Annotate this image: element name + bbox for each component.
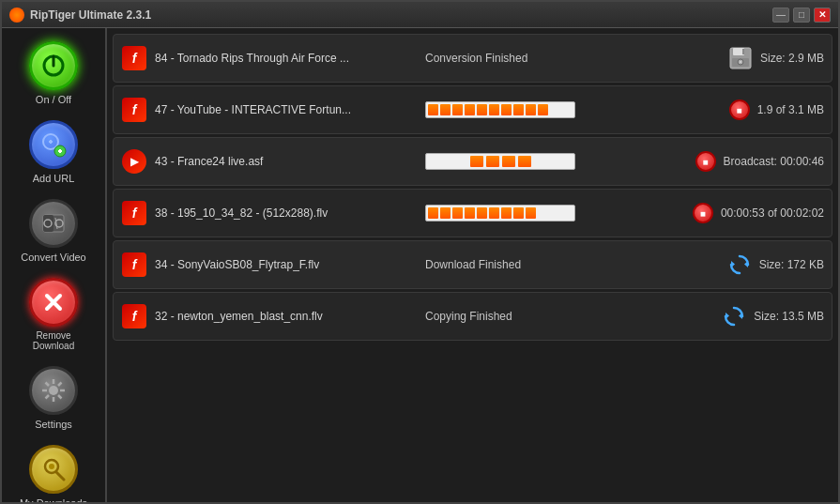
status-area: Conversion Finished [425, 52, 721, 65]
sidebar-label-remove-download: Remove Download [15, 330, 92, 351]
table-row: ▶ 43 - France24 live.asf [113, 137, 832, 186]
seg [501, 104, 512, 115]
seg [538, 104, 548, 115]
stop-button[interactable]: ■ [729, 99, 750, 120]
seg [452, 207, 463, 219]
seg [440, 104, 451, 115]
seg [428, 207, 438, 219]
sync-icon [722, 304, 746, 328]
sidebar-item-settings[interactable]: Settings [11, 360, 96, 435]
status-area: Download Finished [425, 258, 720, 271]
power-icon [29, 41, 78, 90]
size-info: Size: 172 KB [759, 258, 824, 271]
minimize-button[interactable]: — [772, 8, 789, 23]
file-icon: f [121, 303, 147, 329]
progress-segments [426, 206, 574, 221]
progress-wrapper [425, 205, 575, 221]
progress-segments [426, 102, 574, 117]
seg [550, 104, 560, 115]
main-content: On / Off Add URL [2, 28, 838, 502]
seg [562, 104, 573, 115]
size-info: 1.9 of 3.1 MB [757, 103, 824, 116]
seg [489, 104, 499, 115]
sync-icon [727, 252, 752, 277]
svg-marker-34 [731, 261, 735, 267]
maximize-button[interactable]: □ [793, 8, 810, 23]
file-icon: f [121, 97, 147, 123]
disk-icon [728, 46, 753, 70]
window-controls: — □ ✕ [772, 8, 831, 23]
progress-bar [425, 153, 575, 170]
seg [486, 156, 499, 167]
size-info: Broadcast: 00:00:46 [724, 155, 824, 168]
file-icon: f [121, 200, 147, 226]
seg [502, 156, 515, 167]
stop-button[interactable]: ■ [693, 203, 713, 223]
svg-line-22 [58, 383, 62, 387]
status-area [425, 153, 688, 170]
seg [513, 104, 524, 115]
convert-icon [29, 199, 78, 248]
progress-bar [425, 101, 575, 118]
file-icon: f [121, 45, 147, 71]
flash-icon: f [122, 98, 146, 122]
my-downloads-icon [29, 445, 78, 494]
svg-line-20 [46, 383, 50, 387]
status-text: Copying Finished [425, 310, 512, 323]
table-row: f 47 - YouTube - INTERACTIVE Fortun... [113, 85, 832, 134]
stop-button[interactable]: ■ [695, 151, 716, 172]
sidebar-label-add-url: Add URL [33, 173, 75, 184]
sidebar-item-convert-video[interactable]: Convert Video [11, 193, 96, 268]
seg [501, 207, 512, 219]
downloads-list: f 84 - Tornado Rips Through Air Force ..… [107, 28, 838, 502]
sidebar-label-on-off: On / Off [36, 94, 71, 105]
flash-icon: f [122, 46, 146, 70]
svg-line-23 [46, 395, 50, 399]
sidebar-label-settings: Settings [35, 419, 72, 430]
seg [465, 104, 475, 115]
status-area [425, 205, 685, 221]
seg [489, 207, 499, 219]
sidebar-item-remove-download[interactable]: Remove Download [11, 272, 96, 357]
table-row: f 32 - newton_yemen_blast_cnn.flv Copyin… [113, 292, 832, 341]
progress-wrapper [425, 101, 575, 118]
seg [452, 104, 463, 115]
sidebar-item-on-off[interactable]: On / Off [11, 36, 96, 111]
title-bar: RipTiger Ultimate 2.3.1 — □ ✕ [2, 2, 838, 28]
sidebar-item-add-url[interactable]: Add URL [11, 115, 96, 190]
svg-point-32 [740, 61, 741, 63]
media-icon: ▶ [122, 149, 146, 174]
sidebar: On / Off Add URL [2, 28, 107, 502]
filename: 38 - 195_10_34_82 - (512x288).flv [155, 206, 418, 220]
filename: 43 - France24 live.asf [155, 155, 418, 168]
progress-bar [425, 205, 575, 221]
close-button[interactable]: ✕ [814, 8, 831, 23]
seg [465, 207, 475, 219]
svg-marker-35 [739, 313, 742, 319]
filename: 34 - SonyVaioSB08_Flytrap_F.flv [155, 258, 418, 271]
status-area: Copying Finished [425, 310, 714, 323]
table-row: f 38 - 195_10_34_82 - (512x288).flv [113, 189, 832, 237]
svg-rect-29 [742, 49, 744, 54]
svg-line-25 [56, 472, 64, 480]
window-title: RipTiger Ultimate 2.3.1 [30, 8, 151, 22]
main-window: RipTiger Ultimate 2.3.1 — □ ✕ On / Off [0, 0, 840, 504]
size-info: 00:00:53 of 00:02:02 [721, 206, 824, 220]
flash-icon: f [122, 252, 146, 277]
status-area [425, 101, 722, 118]
status-text: Conversion Finished [425, 52, 527, 65]
sidebar-item-my-downloads[interactable]: My Downloads [11, 439, 96, 502]
title-bar-left: RipTiger Ultimate 2.3.1 [9, 8, 151, 23]
filename: 47 - YouTube - INTERACTIVE Fortun... [155, 103, 418, 116]
size-info: Size: 2.9 MB [760, 52, 824, 65]
progress-wrapper [425, 153, 575, 170]
status-text: Download Finished [425, 258, 521, 271]
table-row: f 84 - Tornado Rips Through Air Force ..… [113, 34, 832, 83]
svg-line-21 [58, 395, 62, 399]
svg-point-26 [49, 464, 54, 469]
seg [562, 207, 573, 219]
seg [428, 104, 438, 115]
seg [550, 207, 560, 219]
file-icon: ▶ [121, 148, 147, 175]
seg [470, 156, 483, 167]
